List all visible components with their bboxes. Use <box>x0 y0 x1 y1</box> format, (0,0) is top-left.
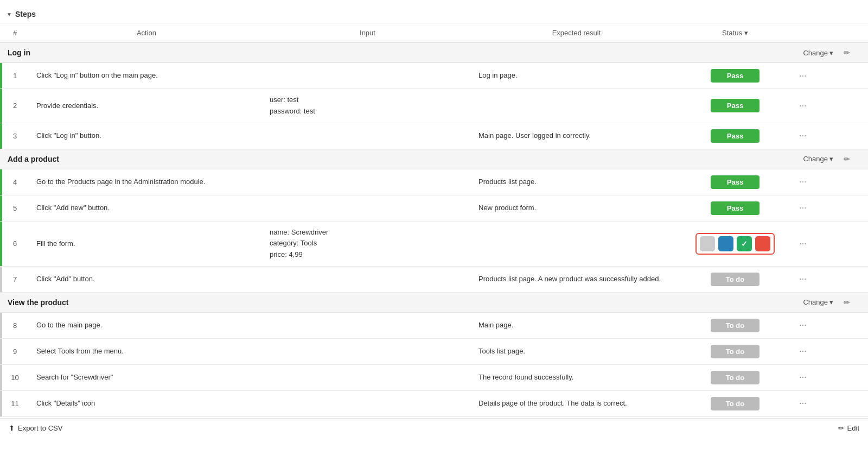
row-action: Provide credentials. <box>30 96 263 116</box>
row-more-button[interactable]: ··· <box>789 316 816 334</box>
chevron-down-icon: ▼ <box>7 11 12 17</box>
row-action: Click "Add new" button. <box>30 198 263 218</box>
section-add-product-header: Add a product Change ▾ ✏ <box>0 149 868 169</box>
row-num: 7 <box>0 270 30 289</box>
section-add-product-actions: Change ▾ <box>725 155 833 163</box>
row-more-button[interactable]: ··· <box>789 270 816 288</box>
status-badge-pass[interactable]: Pass <box>711 175 760 189</box>
table-row: 9 Select Tools from the menu. Tools list… <box>0 339 868 365</box>
col-status[interactable]: Status ▾ <box>681 23 789 42</box>
row-status-bar <box>0 63 2 89</box>
edit-button[interactable]: ✏ Edit <box>838 424 859 432</box>
row-expected: Tools list page. <box>472 341 681 362</box>
status-picker[interactable]: ✓ <box>695 233 775 255</box>
row-expected: Details page of the product. The data is… <box>472 393 681 414</box>
row-status-bar <box>0 365 2 390</box>
row-status-cell[interactable]: To do <box>681 393 789 415</box>
row-num: 1 <box>0 66 30 85</box>
section-view-product-edit-icon[interactable]: ✏ <box>844 298 850 307</box>
row-input <box>263 71 472 81</box>
row-action: Fill the form. <box>30 233 263 254</box>
row-status-cell[interactable]: Pass <box>681 94 789 117</box>
row-action: Click "Add" button. <box>30 269 263 289</box>
row-expected: Products list page. <box>472 172 681 192</box>
table-header-row: # Action Input Expected result Status ▾ <box>0 23 868 43</box>
row-more-button[interactable]: ··· <box>789 394 816 413</box>
status-option-pass[interactable]: ✓ <box>737 236 752 251</box>
row-status-bar <box>0 123 2 149</box>
status-option-fail[interactable] <box>755 236 770 251</box>
status-badge-todo[interactable]: To do <box>711 371 760 384</box>
status-badge-todo[interactable]: To do <box>711 319 760 332</box>
row-num: 10 <box>0 368 30 387</box>
section-add-product-change-button[interactable]: Change ▾ <box>803 155 833 163</box>
row-status-cell[interactable]: Pass <box>681 65 789 87</box>
status-option-inprogress[interactable] <box>718 236 733 251</box>
section-login-actions: Change ▾ <box>725 49 833 57</box>
row-num: 5 <box>0 199 30 218</box>
section-login-edit-icon[interactable]: ✏ <box>844 48 850 57</box>
row-input: name: Screwdriver category: Tools price:… <box>263 222 472 266</box>
row-status-cell[interactable]: To do <box>681 268 789 290</box>
export-csv-button[interactable]: ⬆ Export to CSV <box>9 424 62 432</box>
col-expected: Expected result <box>472 23 681 42</box>
row-more-button[interactable]: ··· <box>789 368 816 387</box>
row-action: Click "Details" icon <box>30 393 263 414</box>
section-view-product-change-button[interactable]: Change ▾ <box>803 298 833 306</box>
row-more-button[interactable]: ··· <box>789 127 816 145</box>
row-action: Click "Log in" button. <box>30 125 263 146</box>
row-action: Select Tools from the menu. <box>30 341 263 362</box>
row-status-cell[interactable]: Pass <box>681 171 789 193</box>
row-status-bar <box>0 339 2 364</box>
row-more-button[interactable]: ··· <box>789 342 816 361</box>
row-more-button[interactable]: ··· <box>789 235 816 253</box>
row-more-button[interactable]: ··· <box>789 173 816 191</box>
section-view-product-title: View the product <box>8 298 725 307</box>
row-status-bar <box>0 391 2 416</box>
row-status-cell[interactable]: To do <box>681 314 789 337</box>
status-badge-todo[interactable]: To do <box>711 273 760 286</box>
table-row: 4 Go to the Products page in the Adminis… <box>0 169 868 195</box>
status-badge-todo[interactable]: To do <box>711 397 760 410</box>
status-option-todo[interactable] <box>700 236 715 251</box>
table-footer: ⬆ Export to CSV ✏ Edit <box>0 418 868 438</box>
section-login-header: Log in Change ▾ ✏ <box>0 43 868 63</box>
section-login-title: Log in <box>8 48 725 57</box>
row-status-bar <box>0 313 2 338</box>
section-add-product-edit-icon[interactable]: ✏ <box>844 155 850 163</box>
row-status-bar <box>0 267 2 292</box>
steps-section-header[interactable]: ▼ Steps <box>0 5 868 23</box>
row-expected <box>472 100 681 111</box>
steps-table: # Action Input Expected result Status ▾ … <box>0 23 868 417</box>
section-add-product-title: Add a product <box>8 155 725 163</box>
row-input <box>263 203 472 213</box>
row-expected: Main page. <box>472 315 681 336</box>
dropdown-icon: ▾ <box>829 155 833 163</box>
status-badge-pass[interactable]: Pass <box>711 99 760 112</box>
col-input: Input <box>263 23 472 42</box>
row-status-cell[interactable]: Pass <box>681 197 789 219</box>
row-status-cell-picker[interactable]: ✓ <box>681 229 789 259</box>
row-action: Go to the Products page in the Administr… <box>30 172 263 192</box>
row-expected: Products list page. A new product was su… <box>472 269 681 289</box>
table-row: 8 Go to the main page. Main page. To do … <box>0 313 868 339</box>
row-status-cell[interactable]: To do <box>681 366 789 389</box>
row-status-cell[interactable]: Pass <box>681 125 789 147</box>
table-row: 2 Provide credentials. user: test passwo… <box>0 89 868 123</box>
status-badge-pass[interactable]: Pass <box>711 201 760 215</box>
row-more-button[interactable]: ··· <box>789 97 816 115</box>
table-row: 7 Click "Add" button. Products list page… <box>0 267 868 293</box>
row-expected <box>472 238 681 249</box>
status-badge-pass[interactable]: Pass <box>711 129 760 143</box>
row-more-button[interactable]: ··· <box>789 199 816 217</box>
row-num: 8 <box>0 316 30 335</box>
steps-label: Steps <box>15 10 36 18</box>
section-login-change-button[interactable]: Change ▾ <box>803 49 833 57</box>
col-num: # <box>0 23 30 42</box>
status-badge-todo[interactable]: To do <box>711 345 760 358</box>
status-badge-pass[interactable]: Pass <box>711 69 760 83</box>
row-more-button[interactable]: ··· <box>789 67 816 85</box>
row-num: 4 <box>0 173 30 192</box>
row-status-cell[interactable]: To do <box>681 340 789 363</box>
row-num: 2 <box>0 96 30 115</box>
